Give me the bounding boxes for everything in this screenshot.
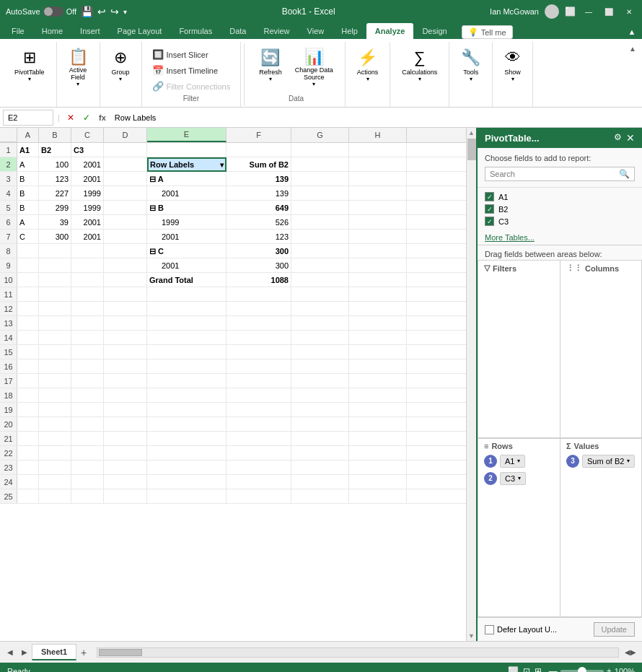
minimize-button[interactable]: — xyxy=(581,4,596,19)
scroll-left-btn[interactable]: ▶ xyxy=(630,648,636,656)
row-header-1[interactable]: 1 xyxy=(0,143,17,157)
cell-e8[interactable]: ⊟ C xyxy=(147,244,227,258)
col-header-d[interactable]: D xyxy=(104,128,147,142)
cell-b2[interactable]: 100 xyxy=(39,157,71,172)
horizontal-scroll-bar[interactable] xyxy=(97,647,619,658)
col-header-h[interactable]: H xyxy=(349,128,407,142)
cell-b4[interactable]: 227 xyxy=(39,186,71,201)
row-header-6[interactable]: 6 xyxy=(0,215,17,229)
cell-f10[interactable]: 1088 xyxy=(227,273,291,287)
cell-e2[interactable]: Row Labels▾ xyxy=(147,157,227,172)
calculations-button[interactable]: ∑ Calculations ▾ xyxy=(396,45,443,85)
change-data-source-button[interactable]: 📊 Change DataSource ▾ xyxy=(289,45,339,90)
cell-d11[interactable] xyxy=(104,287,147,302)
row-header-20[interactable]: 20 xyxy=(0,417,17,431)
values-sumb2-tag[interactable]: Sum of B2 ▾ xyxy=(582,455,635,468)
cell-b11[interactable] xyxy=(39,287,71,302)
cell-d8[interactable] xyxy=(104,244,147,258)
scroll-tabs-right[interactable]: ▶ xyxy=(17,645,32,660)
group-dropdown[interactable]: ▾ xyxy=(119,76,122,82)
cell-h11[interactable] xyxy=(349,287,407,302)
row-header-2[interactable]: 2 xyxy=(0,157,17,171)
undo-icon[interactable]: ↩ xyxy=(97,6,106,17)
cell-g5[interactable] xyxy=(291,201,349,215)
cell-d7[interactable] xyxy=(104,230,147,244)
cell-h6[interactable] xyxy=(349,215,407,230)
tab-review[interactable]: Review xyxy=(255,23,298,39)
row-header-22[interactable]: 22 xyxy=(0,446,17,460)
cell-b1[interactable]: B2 xyxy=(39,143,71,157)
cell-b7[interactable]: 300 xyxy=(39,230,71,244)
insert-slicer-button[interactable]: 🔲 Insert Slicer xyxy=(148,48,235,61)
row-header-8[interactable]: 8 xyxy=(0,244,17,258)
cell-c1[interactable]: C3 xyxy=(71,143,104,157)
defer-checkbox[interactable] xyxy=(485,625,494,634)
cell-g1[interactable] xyxy=(291,143,349,157)
cell-f1[interactable] xyxy=(227,143,291,157)
cell-b9[interactable] xyxy=(39,258,71,273)
update-button[interactable]: Update xyxy=(594,622,635,637)
row-header-21[interactable]: 21 xyxy=(0,432,17,445)
tab-help[interactable]: Help xyxy=(333,23,366,39)
refresh-button[interactable]: 🔄 Refresh ▾ xyxy=(253,45,288,85)
cell-b8[interactable] xyxy=(39,244,71,258)
page-layout-icon[interactable]: ⊡ xyxy=(523,666,530,672)
add-sheet-button[interactable]: + xyxy=(76,645,91,660)
cell-f5[interactable]: 649 xyxy=(227,201,291,215)
tab-data[interactable]: Data xyxy=(221,23,255,39)
row-header-15[interactable]: 15 xyxy=(0,345,17,359)
cell-e9[interactable]: 2001 xyxy=(147,258,227,273)
pivot-settings-icon[interactable]: ⚙ xyxy=(614,132,622,144)
search-icon[interactable]: 🔍 xyxy=(619,169,630,179)
cell-e6[interactable]: 1999 xyxy=(147,215,227,230)
cell-d4[interactable] xyxy=(104,186,147,201)
field-a1-checkbox[interactable]: ✓ xyxy=(485,192,494,201)
row-header-10[interactable]: 10 xyxy=(0,273,17,287)
filter-connections-button[interactable]: 🔗 Filter Connections xyxy=(148,79,235,93)
pivot-search-box[interactable]: 🔍 xyxy=(485,167,635,181)
cell-f11[interactable] xyxy=(227,287,291,302)
tools-dropdown[interactable]: ▾ xyxy=(470,76,472,82)
pivottable-button[interactable]: ⊞ PivotTable ▾ xyxy=(9,45,50,85)
tools-button[interactable]: 🔧 Tools ▾ xyxy=(455,45,486,85)
rows-a1-tag[interactable]: A1 ▾ xyxy=(500,455,525,468)
cell-f9[interactable]: 300 xyxy=(227,258,291,273)
cell-a11[interactable] xyxy=(17,287,39,302)
horizontal-scroll-thumb[interactable] xyxy=(99,649,142,656)
redo-icon[interactable]: ↪ xyxy=(110,6,119,17)
cell-h1[interactable] xyxy=(349,143,407,157)
cell-c6[interactable]: 2001 xyxy=(71,215,104,230)
ribbon-display-icon[interactable]: ⬜ xyxy=(565,6,576,17)
tab-formulas[interactable]: Formulas xyxy=(170,23,221,39)
cell-c5[interactable]: 1999 xyxy=(71,201,104,215)
rows-c3-tag[interactable]: C3 ▾ xyxy=(500,472,526,485)
more-tables-link[interactable]: More Tables... xyxy=(478,230,642,245)
actions-dropdown[interactable]: ▾ xyxy=(366,76,369,82)
cell-c2[interactable]: 2001 xyxy=(71,157,104,172)
cell-g3[interactable] xyxy=(291,172,349,186)
cell-c9[interactable] xyxy=(71,258,104,273)
cell-h2[interactable] xyxy=(349,157,407,172)
zoom-in-icon[interactable]: + xyxy=(607,666,612,672)
active-field-dropdown[interactable]: ▾ xyxy=(76,81,79,87)
cell-g6[interactable] xyxy=(291,215,349,230)
pivot-close-icon[interactable]: ✕ xyxy=(626,132,635,144)
scroll-thumb[interactable] xyxy=(467,139,476,160)
cell-a1[interactable]: A1 xyxy=(17,143,39,157)
cell-d2[interactable] xyxy=(104,157,147,172)
cell-g8[interactable] xyxy=(291,244,349,258)
cell-c3[interactable]: 2001 xyxy=(71,172,104,186)
tab-file[interactable]: File xyxy=(3,23,33,39)
row-header-5[interactable]: 5 xyxy=(0,201,17,214)
cell-g10[interactable] xyxy=(291,273,349,287)
cell-a2[interactable]: A xyxy=(17,157,39,172)
cell-b5[interactable]: 299 xyxy=(39,201,71,215)
cell-b3[interactable]: 123 xyxy=(39,172,71,186)
row-header-23[interactable]: 23 xyxy=(0,461,17,474)
cell-e5[interactable]: ⊟ B xyxy=(147,201,227,215)
cell-g9[interactable] xyxy=(291,258,349,273)
field-b2-checkbox[interactable]: ✓ xyxy=(485,204,494,214)
pivot-filters-area[interactable]: ▽ Filters xyxy=(478,260,560,438)
refresh-dropdown[interactable]: ▾ xyxy=(269,76,272,82)
cell-c11[interactable] xyxy=(71,287,104,302)
